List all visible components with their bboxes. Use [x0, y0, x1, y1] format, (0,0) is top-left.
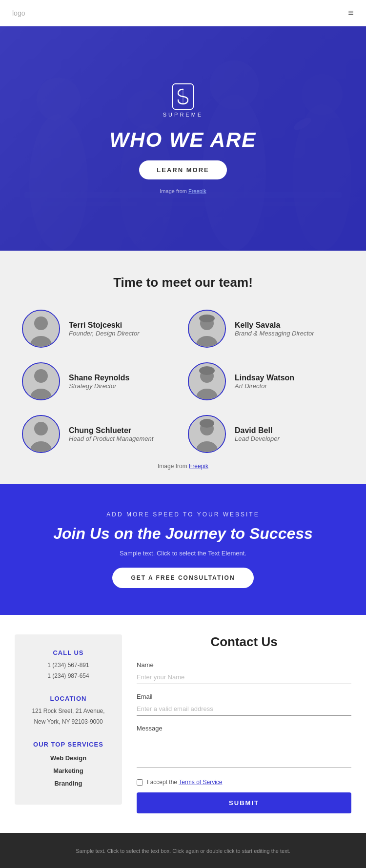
contact-title: Contact Us	[137, 634, 351, 650]
brand-icon	[172, 83, 194, 110]
svg-point-33	[200, 419, 214, 428]
email-field-group: Email	[137, 693, 351, 716]
email-input[interactable]	[137, 702, 351, 716]
avatar-shane	[22, 362, 60, 400]
team-role: Head of Product Management	[69, 435, 153, 442]
tos-label: I accept the Terms of Service	[147, 779, 223, 786]
avatar-david	[188, 415, 226, 453]
call-label: CALL US	[24, 649, 112, 656]
message-input[interactable]	[137, 734, 351, 768]
team-name: Kelly Savala	[235, 321, 314, 330]
services-list: Web Design Marketing Branding	[24, 752, 112, 790]
name-input[interactable]	[137, 671, 351, 684]
team-member-4: Lindsay Watson Art Director	[188, 362, 344, 400]
team-info-terri: Terri Stojceski Founder, Design Director	[69, 321, 140, 337]
team-member-6: David Bell Lead Developer	[188, 415, 344, 453]
services-info: OUR TOP SERVICES Web Design Marketing Br…	[24, 741, 112, 790]
team-info-kelly: Kelly Savala Brand & Messaging Director	[235, 321, 314, 337]
cta-subtitle: ADD MORE SPEED TO YOUR WEBSITE	[106, 511, 259, 518]
team-member-1: Terri Stojceski Founder, Design Director	[22, 310, 178, 348]
team-name: David Bell	[235, 426, 280, 435]
submit-button[interactable]: SUBMIT	[137, 792, 351, 813]
cta-button[interactable]: GET A FREE CONSULTATION	[112, 568, 253, 588]
team-credit: Image from Freepik	[15, 463, 351, 470]
svg-point-19	[199, 315, 215, 322]
call-info: CALL US 1 (234) 567-891 1 (234) 987-654	[24, 649, 112, 681]
contact-info-box: CALL US 1 (234) 567-891 1 (234) 987-654 …	[15, 634, 122, 805]
team-member-5: Chung Schlueter Head of Product Manageme…	[22, 415, 178, 453]
cta-title: Join Us on the Journey to Success	[53, 525, 313, 543]
team-grid: Terri Stojceski Founder, Design Director…	[22, 310, 344, 453]
email-label: Email	[137, 693, 351, 700]
team-info-shane: Shane Reynolds Strategy Director	[69, 374, 129, 390]
avatar-chung	[22, 415, 60, 453]
hero-learn-more-button[interactable]: LEARN MORE	[139, 160, 226, 179]
address2: New York, NY 92103-9000	[24, 717, 112, 728]
brand-logo: SUPREME	[163, 83, 203, 118]
team-name: Chung Schlueter	[69, 426, 153, 435]
tos-check-group: I accept the Terms of Service	[137, 779, 351, 786]
brand-name: SUPREME	[163, 112, 203, 118]
avatar-lindsay	[188, 362, 226, 400]
team-name: Shane Reynolds	[69, 374, 129, 382]
team-name: Lindsay Watson	[235, 374, 294, 382]
address1: 121 Rock Sreet, 21 Avenue,	[24, 706, 112, 717]
team-role: Art Director	[235, 382, 294, 390]
team-name: Terri Stojceski	[69, 321, 140, 330]
svg-point-14	[34, 316, 48, 330]
location-info: LOCATION 121 Rock Sreet, 21 Avenue, New …	[24, 695, 112, 727]
phone2: 1 (234) 987-654	[24, 671, 112, 682]
services-label: OUR TOP SERVICES	[24, 741, 112, 748]
avatar-kelly	[188, 310, 226, 348]
service-3: Branding	[24, 777, 112, 790]
service-1: Web Design	[24, 752, 112, 765]
cta-section: ADD MORE SPEED TO YOUR WEBSITE Join Us o…	[0, 484, 366, 615]
hero-credit: Image from Freepik	[160, 188, 206, 194]
message-label: Message	[137, 725, 351, 732]
svg-point-28	[34, 422, 48, 435]
svg-point-21	[34, 369, 48, 383]
phone1: 1 (234) 567-891	[24, 660, 112, 671]
team-info-chung: Chung Schlueter Head of Product Manageme…	[69, 426, 153, 442]
location-label: LOCATION	[24, 695, 112, 702]
svg-point-26	[199, 366, 215, 375]
message-field-group: Message	[137, 725, 351, 770]
footer-text: Sample text. Click to select the text bo…	[15, 847, 351, 856]
site-footer: Sample text. Click to select the text bo…	[0, 833, 366, 868]
hero-section: SUPREME WHO WE ARE LEARN MORE Image from…	[0, 26, 366, 251]
name-field-group: Name	[137, 661, 351, 684]
team-section: Time to meet our team! Terri Stojceski F…	[0, 251, 366, 484]
team-member-3: Shane Reynolds Strategy Director	[22, 362, 178, 400]
tos-checkbox[interactable]	[137, 779, 143, 786]
team-role: Lead Developer	[235, 435, 280, 442]
hero-content: SUPREME WHO WE ARE LEARN MORE Image from…	[110, 83, 257, 194]
logo: logo	[12, 9, 25, 17]
team-role: Strategy Director	[69, 382, 129, 390]
site-header: logo ≡	[0, 0, 366, 26]
tos-link[interactable]: Terms of Service	[179, 779, 222, 786]
contact-section: CALL US 1 (234) 567-891 1 (234) 987-654 …	[0, 615, 366, 833]
name-label: Name	[137, 661, 351, 669]
contact-form: Contact Us Name Email Message I accept t…	[137, 634, 351, 813]
team-member-2: Kelly Savala Brand & Messaging Director	[188, 310, 344, 348]
hero-title: WHO WE ARE	[110, 128, 257, 152]
team-info-david: David Bell Lead Developer	[235, 426, 280, 442]
team-title: Time to meet our team!	[15, 275, 351, 290]
avatar-terri	[22, 310, 60, 348]
team-role: Brand & Messaging Director	[235, 330, 314, 337]
service-2: Marketing	[24, 765, 112, 777]
team-info-lindsay: Lindsay Watson Art Director	[235, 374, 294, 390]
cta-body: Sample text. Click to select the Text El…	[120, 550, 246, 557]
team-role: Founder, Design Director	[69, 330, 140, 337]
menu-icon[interactable]: ≡	[348, 7, 354, 19]
